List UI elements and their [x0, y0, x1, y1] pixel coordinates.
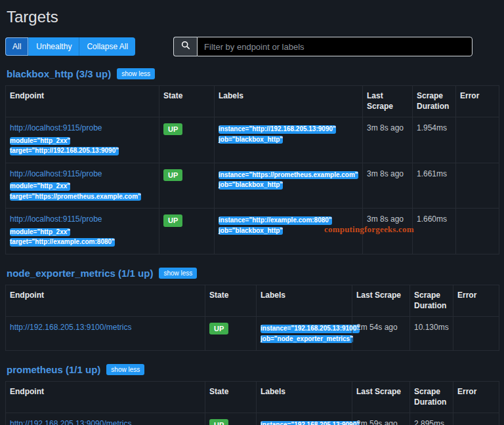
- search-icon: [181, 41, 190, 52]
- labels-cell: instance="http://192.168.205.13:9090" jo…: [215, 117, 363, 163]
- endpoint-cell: http://localhost:9115/probe module="http…: [6, 117, 159, 163]
- label-badge: instance="https://prometheus.example.com…: [219, 171, 358, 180]
- label-badge: instance="http://192.168.205.13:9090": [219, 125, 336, 134]
- error-cell: [453, 317, 499, 351]
- error-cell: [453, 413, 499, 425]
- search-addon: [173, 37, 197, 56]
- label-badge: job="blackbox_http": [219, 181, 283, 190]
- scrape-duration-cell: 10.130ms: [410, 317, 453, 351]
- col-header-last-scrape: Last Scrape: [352, 285, 410, 316]
- col-header-state: State: [205, 382, 257, 413]
- show-less-button[interactable]: show less: [159, 268, 197, 279]
- table-header-row: Endpoint State Labels Last Scrape Scrape…: [6, 285, 499, 316]
- labels-cell: instance="http://example.com:8080" job="…: [215, 209, 363, 254]
- endpoint-link[interactable]: http://192.168.205.13:9100/metrics: [10, 323, 131, 333]
- labels-cell: instance="https://prometheus.example.com…: [215, 163, 363, 209]
- endpoint-param-badge: target="http://192.168.205.13:9090": [10, 147, 119, 155]
- state-up-badge: UP: [163, 169, 182, 181]
- targets-table: Endpoint State Labels Last Scrape Scrape…: [5, 381, 499, 425]
- endpoint-link[interactable]: http://192.168.205.13:9090/metrics: [10, 419, 131, 425]
- job-section-title: node_exporter_metrics (1/1 up): [7, 268, 153, 279]
- job-section-title: blackbox_http (3/3 up): [7, 68, 111, 79]
- endpoint-link[interactable]: http://localhost:9115/probe: [10, 169, 102, 180]
- endpoint-link[interactable]: http://localhost:9115/probe: [10, 123, 102, 134]
- job-section-title: prometheus (1/1 up): [7, 364, 100, 375]
- filter-all-button[interactable]: All: [5, 37, 28, 56]
- col-header-endpoint: Endpoint: [6, 382, 205, 413]
- endpoint-cell: http://192.168.205.13:9100/metrics: [6, 317, 205, 351]
- col-header-labels: Labels: [257, 285, 352, 316]
- labels-cell: instance="192.168.205.13:9090" job="prom…: [257, 413, 352, 425]
- error-cell: [456, 163, 499, 209]
- label-badge: instance="http://example.com:8080": [219, 216, 332, 225]
- scrape-duration-cell: 1.954ms: [413, 117, 456, 163]
- search-group: [173, 37, 472, 56]
- last-scrape-cell: 3m 8s ago: [363, 209, 413, 254]
- state-up-badge: UP: [209, 323, 228, 334]
- target-row: http://localhost:9115/probe module="http…: [6, 117, 499, 163]
- label-badge: instance="192.168.205.13:9090": [261, 421, 360, 425]
- section-head: node_exporter_metrics (1/1 up) show less: [7, 268, 499, 279]
- col-header-labels: Labels: [215, 86, 363, 117]
- collapse-all-button[interactable]: Collapse All: [79, 37, 135, 56]
- col-header-scrape-duration: Scrape Duration: [413, 86, 456, 117]
- target-row: http://localhost:9115/probe module="http…: [6, 163, 499, 209]
- endpoint-param-badge: module="http_2xx": [10, 228, 70, 237]
- label-badge: job="blackbox_http": [219, 136, 283, 144]
- endpoint-link[interactable]: http://localhost:9115/probe: [10, 214, 102, 225]
- col-header-scrape-duration: Scrape Duration: [410, 382, 453, 413]
- state-up-badge: UP: [209, 419, 228, 425]
- scrape-duration-cell: 2.895ms: [410, 413, 453, 425]
- col-header-endpoint: Endpoint: [6, 285, 205, 316]
- state-cell: UP: [205, 317, 257, 351]
- target-row: http://192.168.205.13:9100/metrics UP in…: [6, 317, 499, 351]
- table-header-row: Endpoint State Labels Last Scrape Scrape…: [6, 86, 499, 117]
- last-scrape-cell: 3m 8s ago: [363, 163, 413, 209]
- scrape-duration-cell: 1.661ms: [413, 163, 456, 209]
- targets-page: Targets All Unhealthy Collapse All black…: [0, 0, 504, 425]
- endpoint-param-badge: target="http://example.com:8080": [10, 238, 115, 247]
- last-scrape-cell: 2m 54s ago: [352, 317, 410, 351]
- state-up-badge: UP: [163, 123, 182, 135]
- col-header-error: Error: [453, 382, 499, 413]
- col-header-error: Error: [453, 285, 499, 316]
- col-header-error: Error: [456, 86, 499, 117]
- label-badge: instance="192.168.205.13:9100": [261, 325, 360, 333]
- table-header-row: Endpoint State Labels Last Scrape Scrape…: [6, 382, 499, 413]
- endpoint-param-badge: target="https://prometheus.example.com": [10, 193, 141, 201]
- endpoint-param-badge: module="http_2xx": [10, 182, 70, 191]
- state-cell: UP: [205, 413, 257, 425]
- error-cell: [456, 117, 499, 163]
- search-input[interactable]: [197, 37, 472, 56]
- targets-table: Endpoint State Labels Last Scrape Scrape…: [5, 285, 499, 351]
- section-head: blackbox_http (3/3 up) show less: [7, 68, 499, 79]
- targets-table: Endpoint State Labels Last Scrape Scrape…: [5, 85, 499, 254]
- toolbar: All Unhealthy Collapse All: [5, 37, 499, 56]
- col-header-state: State: [205, 285, 257, 316]
- col-header-state: State: [159, 86, 215, 117]
- target-row: http://192.168.205.13:9090/metrics UP in…: [6, 413, 499, 425]
- job-section-node-exporter-metrics: node_exporter_metrics (1/1 up) show less…: [5, 268, 499, 351]
- show-less-button[interactable]: show less: [117, 68, 155, 79]
- endpoint-cell: http://localhost:9115/probe module="http…: [6, 163, 159, 209]
- scrape-duration-cell: 1.660ms: [413, 209, 456, 254]
- job-section-prometheus: prometheus (1/1 up) show less Endpoint S…: [5, 364, 499, 425]
- state-cell: UP: [159, 209, 215, 254]
- endpoint-param-badge: module="http_2xx": [10, 137, 70, 146]
- label-badge: job="node_exporter_metrics": [261, 335, 353, 344]
- last-scrape-cell: 3m 8s ago: [363, 117, 413, 163]
- state-cell: UP: [159, 117, 215, 163]
- endpoint-cell: http://192.168.205.13:9090/metrics: [6, 413, 205, 425]
- page-title: Targets: [7, 8, 499, 26]
- error-cell: [456, 209, 499, 254]
- col-header-endpoint: Endpoint: [6, 86, 159, 117]
- col-header-last-scrape: Last Scrape: [363, 86, 413, 117]
- target-row: http://localhost:9115/probe module="http…: [6, 209, 499, 254]
- state-up-badge: UP: [163, 214, 182, 226]
- label-badge: job="blackbox_http": [219, 227, 283, 235]
- col-header-scrape-duration: Scrape Duration: [410, 285, 453, 316]
- col-header-last-scrape: Last Scrape: [352, 382, 410, 413]
- filter-unhealthy-button[interactable]: Unhealthy: [28, 37, 79, 56]
- show-less-button[interactable]: show less: [106, 364, 144, 375]
- labels-cell: instance="192.168.205.13:9100" job="node…: [257, 317, 352, 351]
